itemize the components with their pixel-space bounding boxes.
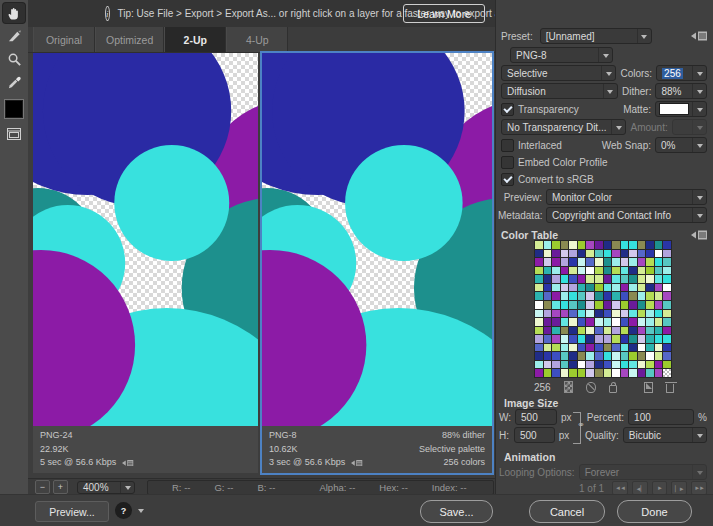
color-swatch[interactable] xyxy=(621,318,629,326)
color-swatch[interactable] xyxy=(595,275,603,283)
tab-4up[interactable]: 4-Up xyxy=(226,27,288,52)
web-snap-dropdown[interactable]: 0% xyxy=(655,137,707,153)
color-swatch[interactable] xyxy=(655,267,663,275)
color-swatch[interactable] xyxy=(569,284,577,292)
color-swatch[interactable] xyxy=(646,369,654,377)
color-swatch[interactable] xyxy=(569,310,577,318)
color-swatch[interactable] xyxy=(535,335,543,343)
previous-frame-button[interactable]: ◄▏ xyxy=(632,481,648,495)
color-swatch[interactable] xyxy=(638,301,646,309)
color-swatch[interactable] xyxy=(535,369,543,377)
color-swatch[interactable] xyxy=(621,267,629,275)
color-swatch[interactable] xyxy=(663,344,671,352)
color-swatch[interactable] xyxy=(663,335,671,343)
color-swatch[interactable] xyxy=(552,352,560,360)
color-swatch[interactable] xyxy=(586,250,594,258)
percent-input[interactable]: 100 xyxy=(628,409,694,425)
color-swatch[interactable] xyxy=(552,361,560,369)
color-swatch[interactable] xyxy=(638,284,646,292)
color-swatch[interactable] xyxy=(604,284,612,292)
color-swatch[interactable] xyxy=(586,241,594,249)
color-swatch[interactable] xyxy=(535,275,543,283)
color-swatch[interactable] xyxy=(535,344,543,352)
original-preview-pane[interactable]: PNG-24 22.92K 5 sec @ 56.6 Kbps xyxy=(33,53,258,473)
color-swatch[interactable] xyxy=(569,258,577,266)
color-swatch[interactable] xyxy=(655,284,663,292)
color-swatch[interactable] xyxy=(663,250,671,258)
color-swatch[interactable] xyxy=(638,327,646,335)
color-swatch[interactable] xyxy=(586,301,594,309)
foreground-color-swatch[interactable] xyxy=(5,100,23,118)
eyedropper-tool-button[interactable] xyxy=(3,72,25,92)
color-swatch[interactable] xyxy=(612,335,620,343)
color-swatch[interactable] xyxy=(612,301,620,309)
width-input[interactable]: 500 xyxy=(515,409,557,425)
color-swatch[interactable] xyxy=(612,310,620,318)
color-swatch[interactable] xyxy=(604,369,612,377)
color-swatch[interactable] xyxy=(561,361,569,369)
color-swatch[interactable] xyxy=(629,292,637,300)
color-swatch[interactable] xyxy=(569,275,577,283)
color-swatch[interactable] xyxy=(578,310,586,318)
color-swatch[interactable] xyxy=(655,318,663,326)
color-swatch[interactable] xyxy=(663,352,671,360)
color-swatch[interactable] xyxy=(621,352,629,360)
color-swatch[interactable] xyxy=(569,267,577,275)
color-swatch[interactable] xyxy=(629,352,637,360)
color-swatch[interactable] xyxy=(561,352,569,360)
color-swatch[interactable] xyxy=(604,352,612,360)
color-swatch[interactable] xyxy=(535,267,543,275)
cancel-button[interactable]: Cancel xyxy=(529,500,605,523)
color-swatch[interactable] xyxy=(544,292,552,300)
color-swatch[interactable] xyxy=(655,335,663,343)
color-swatch[interactable] xyxy=(561,344,569,352)
color-swatch[interactable] xyxy=(595,284,603,292)
color-swatch[interactable] xyxy=(629,250,637,258)
new-color-icon[interactable] xyxy=(644,382,653,393)
color-swatch[interactable] xyxy=(646,284,654,292)
color-swatch[interactable] xyxy=(604,250,612,258)
color-swatch[interactable] xyxy=(578,335,586,343)
web-shift-icon[interactable] xyxy=(586,382,595,393)
preset-panel-menu-icon[interactable] xyxy=(691,31,707,41)
color-swatch[interactable] xyxy=(663,310,671,318)
next-frame-button[interactable]: ▏► xyxy=(671,481,687,495)
color-swatch[interactable] xyxy=(638,292,646,300)
color-swatch[interactable] xyxy=(578,250,586,258)
color-swatch[interactable] xyxy=(604,327,612,335)
color-swatch[interactable] xyxy=(595,361,603,369)
color-swatch[interactable] xyxy=(612,352,620,360)
color-swatch[interactable] xyxy=(552,310,560,318)
transparency-dither-dropdown[interactable]: No Transparency Dit... xyxy=(501,119,626,135)
color-swatch[interactable] xyxy=(586,292,594,300)
color-swatch[interactable] xyxy=(612,258,620,266)
zoom-out-button[interactable]: − xyxy=(35,480,50,494)
color-swatch[interactable] xyxy=(629,284,637,292)
matte-dropdown[interactable] xyxy=(655,101,707,117)
color-swatch[interactable] xyxy=(561,275,569,283)
color-swatch[interactable] xyxy=(586,327,594,335)
color-swatch[interactable] xyxy=(621,292,629,300)
color-swatch[interactable] xyxy=(544,318,552,326)
color-swatch[interactable] xyxy=(586,369,594,377)
color-swatch[interactable] xyxy=(595,335,603,343)
color-swatch[interactable] xyxy=(569,344,577,352)
color-swatch[interactable] xyxy=(646,301,654,309)
color-swatch[interactable] xyxy=(604,258,612,266)
download-speed-menu-icon[interactable] xyxy=(122,459,134,467)
color-swatch[interactable] xyxy=(552,344,560,352)
color-table-panel-menu-icon[interactable] xyxy=(691,230,707,240)
color-swatch[interactable] xyxy=(629,369,637,377)
color-swatch[interactable] xyxy=(629,241,637,249)
color-swatch[interactable] xyxy=(595,344,603,352)
color-swatch[interactable] xyxy=(552,258,560,266)
color-swatch[interactable] xyxy=(612,250,620,258)
color-swatch[interactable] xyxy=(544,241,552,249)
tab-optimized[interactable]: Optimized xyxy=(95,27,164,52)
color-swatch[interactable] xyxy=(655,258,663,266)
color-swatch[interactable] xyxy=(621,275,629,283)
color-swatch[interactable] xyxy=(638,352,646,360)
color-swatch[interactable] xyxy=(612,284,620,292)
color-swatch[interactable] xyxy=(655,250,663,258)
preset-dropdown[interactable]: [Unnamed] xyxy=(540,28,652,44)
